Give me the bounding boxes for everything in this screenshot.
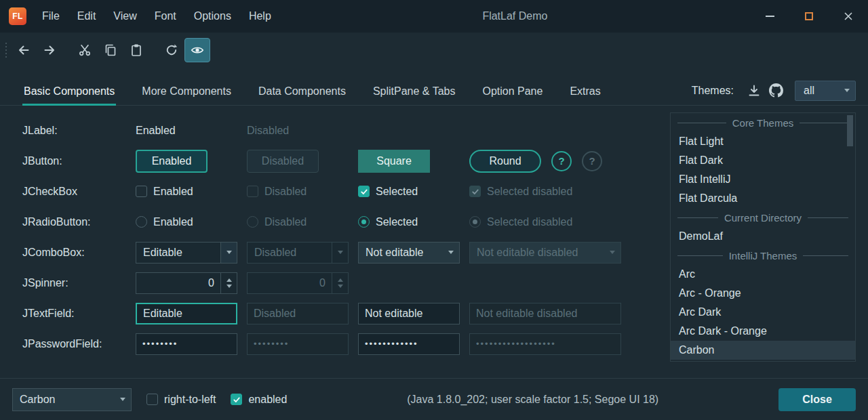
checkbox-box xyxy=(146,394,158,405)
radio-enabled[interactable]: Enabled xyxy=(136,216,193,228)
chevron-down-icon xyxy=(332,243,348,263)
copy-button[interactable] xyxy=(98,38,123,62)
jlabel-row-label: JLabel: xyxy=(22,125,136,137)
spinner-enabled[interactable]: 0 xyxy=(136,272,237,294)
forward-button[interactable] xyxy=(37,38,62,62)
menu-edit[interactable]: Edit xyxy=(68,0,105,33)
enabled-button[interactable]: Enabled xyxy=(136,150,208,173)
enabled-checkbox[interactable]: enabled xyxy=(231,394,287,406)
chevron-down-icon[interactable] xyxy=(220,243,237,263)
tab-splitpane-tabs[interactable]: SplitPane & Tabs xyxy=(372,85,457,105)
jpasswordfield-row: JPasswordField: •••••••• •••••••• ••••••… xyxy=(22,329,670,359)
theme-item-arc-dark[interactable]: Arc Dark xyxy=(671,303,855,322)
status-bar: Carbon right-to-left enabled (Java 1.8.0… xyxy=(0,378,868,420)
round-button[interactable]: Round xyxy=(469,150,541,173)
chevron-down-icon xyxy=(839,89,855,92)
jradiobutton-row: JRadioButton: Enabled Disabled xyxy=(22,207,670,237)
jtextfield-row-label: JTextField: xyxy=(22,308,136,320)
github-icon xyxy=(769,83,783,98)
close-window-button[interactable] xyxy=(829,0,868,33)
menubar: File Edit View Font Options Help xyxy=(33,0,280,33)
checkbox-box xyxy=(247,186,258,197)
window-controls xyxy=(750,0,868,33)
disabled-button: Disabled xyxy=(247,150,319,173)
theme-item-flat-light[interactable]: Flat Light xyxy=(671,132,855,151)
checkbox-box xyxy=(136,186,147,197)
maximize-button[interactable] xyxy=(789,0,829,33)
theme-item-demolaf[interactable]: DemoLaf xyxy=(671,227,855,246)
spinner-arrows[interactable] xyxy=(220,273,237,293)
combobox-not-editable[interactable]: Not editable xyxy=(358,242,460,264)
back-button[interactable] xyxy=(11,38,37,62)
tab-option-pane[interactable]: Option Pane xyxy=(481,85,544,105)
tab-bar: Basic Components More Components Data Co… xyxy=(0,79,868,106)
theme-item-flat-darcula[interactable]: Flat Darcula xyxy=(671,189,855,208)
download-icon xyxy=(747,84,761,98)
chevron-down-icon xyxy=(604,243,620,263)
theme-item-flat-intellij[interactable]: Flat IntelliJ xyxy=(671,170,855,189)
window-title: FlatLaf Demo xyxy=(280,10,750,22)
combobox-disabled: Disabled xyxy=(247,242,349,264)
download-themes-button[interactable] xyxy=(743,81,765,100)
themes-scrollbar-thumb[interactable] xyxy=(847,115,853,146)
menu-file[interactable]: File xyxy=(33,0,68,33)
menu-help[interactable]: Help xyxy=(240,0,280,33)
theme-item-flat-dark[interactable]: Flat Dark xyxy=(671,151,855,170)
tab-basic-components[interactable]: Basic Components xyxy=(22,85,116,105)
checkbox-enabled[interactable]: Enabled xyxy=(136,186,193,198)
theme-filter-combobox[interactable]: all xyxy=(795,81,856,101)
menu-options[interactable]: Options xyxy=(185,0,240,33)
tab-more-components[interactable]: More Components xyxy=(140,85,233,105)
jlabel-row: JLabel: Enabled Disabled xyxy=(22,115,670,146)
toolbar-grip[interactable] xyxy=(5,43,7,58)
github-button[interactable] xyxy=(765,81,787,100)
themes-label: Themes: xyxy=(692,85,734,97)
theme-item-carbon[interactable]: Carbon xyxy=(671,341,855,360)
checkbox-box xyxy=(469,186,481,197)
basic-components-panel: JLabel: Enabled Disabled JButton: Enable… xyxy=(0,106,670,378)
maximize-icon xyxy=(805,12,813,20)
refresh-button[interactable] xyxy=(159,38,184,62)
close-button[interactable]: Close xyxy=(778,388,856,411)
tab-extras[interactable]: Extras xyxy=(568,85,601,105)
back-arrow-icon xyxy=(17,43,31,57)
tab-data-components[interactable]: Data Components xyxy=(257,85,347,105)
check-icon xyxy=(360,188,368,196)
menu-font[interactable]: Font xyxy=(146,0,185,33)
menu-view[interactable]: View xyxy=(104,0,145,33)
theme-item-arc-dark-orange[interactable]: Arc Dark - Orange xyxy=(671,322,855,341)
toolbar xyxy=(0,33,868,68)
square-button[interactable]: Square xyxy=(358,150,430,173)
spinner-disabled: 0 xyxy=(247,272,349,294)
app-window: FL File Edit View Font Options Help Flat… xyxy=(0,0,868,420)
laf-combobox[interactable]: Carbon xyxy=(12,388,132,411)
cut-button[interactable] xyxy=(72,38,98,62)
textfield-editable[interactable]: Editable xyxy=(136,303,237,324)
minimize-button[interactable] xyxy=(750,0,789,33)
jcheckbox-row: JCheckBox Enabled Disabled xyxy=(22,176,670,207)
theme-filter-value: all xyxy=(804,85,814,97)
textfield-not-editable[interactable]: Not editable xyxy=(358,303,460,324)
passwordfield-not-editable[interactable]: •••••••••••• xyxy=(358,333,460,355)
checkbox-selected[interactable]: Selected xyxy=(358,186,418,198)
passwordfield-editable[interactable]: •••••••• xyxy=(136,333,237,355)
eye-icon xyxy=(191,43,204,57)
help-button[interactable]: ? xyxy=(551,151,572,171)
themes-list: Core Themes Flat Light Flat Dark Flat In… xyxy=(670,112,856,362)
minimize-icon xyxy=(766,16,774,17)
paste-button[interactable] xyxy=(123,38,149,62)
show-toggle-button[interactable] xyxy=(184,38,210,62)
jcombobox-row: JComboBox: Editable Disabled Not edita xyxy=(22,237,670,268)
radio-selected[interactable]: Selected xyxy=(358,216,418,228)
radio-disabled: Disabled xyxy=(247,216,307,228)
radio-circle xyxy=(247,216,258,228)
app-logo: FL xyxy=(9,7,26,25)
combobox-editable[interactable]: Editable xyxy=(136,242,237,264)
chevron-down-icon[interactable] xyxy=(443,243,459,263)
passwordfield-disabled: •••••••• xyxy=(247,333,349,355)
chevron-down-icon xyxy=(115,389,131,411)
theme-item-arc[interactable]: Arc xyxy=(671,265,855,284)
theme-item-arc-orange[interactable]: Arc - Orange xyxy=(671,284,855,303)
checkbox-box xyxy=(358,186,370,197)
right-to-left-checkbox[interactable]: right-to-left xyxy=(146,394,216,406)
